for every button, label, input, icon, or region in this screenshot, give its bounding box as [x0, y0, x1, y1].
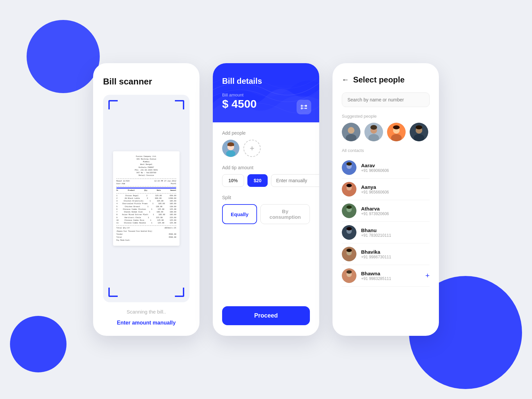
scan-icon-button[interactable]	[297, 100, 311, 114]
svg-point-37	[346, 184, 352, 187]
svg-point-16	[348, 127, 354, 134]
add-people-label: Add people	[222, 130, 310, 136]
suggested-people-label: Suggested people	[342, 114, 430, 119]
bill-amount-label: Bill amount	[222, 92, 310, 97]
contact-item[interactable]: Bhanu +91 7830210111	[342, 222, 430, 243]
details-footer: Proceed	[213, 306, 319, 336]
suggested-avatars	[342, 123, 430, 141]
select-people-title: Select people	[353, 75, 405, 84]
contact-avatar	[342, 182, 356, 197]
add-people-row: +	[222, 140, 310, 157]
contact-name: Aarav	[361, 163, 430, 168]
scanner-viewport: Fusion Company Ltd. 101 Rocking Avenue M…	[103, 95, 190, 302]
phone-bill-scanner: Bill scanner Fusion Company Ltd. 101 Roc…	[93, 63, 200, 336]
contact-avatar-svg	[342, 203, 356, 218]
bg-circle-bottom-left	[10, 316, 66, 372]
scan-corner-bl	[108, 288, 118, 297]
tip-10-button[interactable]: 10%	[222, 174, 244, 187]
suggested-avatar-3-img	[387, 123, 406, 141]
svg-rect-0	[301, 105, 303, 107]
split-options: Equally By consumption	[222, 204, 310, 224]
scan-corner-tl	[108, 100, 118, 109]
contact-avatar	[342, 160, 356, 175]
split-label: Split	[222, 195, 310, 200]
scan-corner-tr	[175, 100, 184, 109]
suggested-avatar-4-img	[410, 123, 428, 141]
contact-avatar	[342, 247, 356, 261]
tip-options: 10% $20	[222, 174, 310, 187]
svg-point-53	[346, 270, 352, 274]
scanner-title: Bill scanner	[103, 76, 190, 87]
contact-phone: +91 9983285111	[361, 276, 421, 281]
proceed-button[interactable]: Proceed	[222, 306, 310, 325]
svg-rect-2	[301, 108, 303, 109]
suggested-avatar-3[interactable]	[387, 123, 406, 141]
contact-avatar	[342, 268, 356, 283]
contact-avatar-svg	[342, 247, 356, 261]
contact-info: Aarav +91 969060606	[361, 163, 430, 173]
contact-phone: +91 965660606	[361, 190, 430, 195]
add-contact-button[interactable]: +	[425, 271, 430, 280]
svg-point-29	[416, 125, 422, 129]
enter-amount-manually-button[interactable]: Enter amount manually	[117, 320, 176, 326]
svg-rect-14	[227, 144, 234, 146]
split-equally-button[interactable]: Equally	[222, 204, 257, 224]
svg-point-49	[346, 249, 352, 252]
contact-info: Bhanu +91 7830210111	[361, 227, 430, 238]
contact-item[interactable]: Aarav +91 969060606	[342, 157, 430, 179]
contact-name: Bhawna	[361, 271, 421, 276]
tip-manual-input[interactable]	[271, 174, 319, 187]
person-avatar-svg	[222, 140, 239, 157]
phone-bill-details: Bill details Bill amount $ 4500 Add peop…	[213, 63, 319, 336]
svg-point-41	[346, 205, 352, 209]
phones-container: Bill scanner Fusion Company Ltd. 101 Roc…	[93, 63, 439, 336]
scan-icon	[300, 103, 308, 111]
details-title: Bill details	[222, 76, 310, 86]
contact-avatar-svg	[342, 268, 356, 283]
details-body: Add people +	[213, 122, 319, 306]
svg-point-25	[393, 125, 400, 129]
contact-item[interactable]: Bhavika +91 9986730111	[342, 243, 430, 265]
split-consumption-button[interactable]: By consumption	[260, 204, 310, 224]
contact-item[interactable]: Bhawna +91 9983285111 +	[342, 265, 430, 287]
scan-corner-br	[175, 288, 184, 297]
contact-info: Aanya +91 965660606	[361, 184, 430, 195]
contact-name: Bhavika	[361, 249, 430, 255]
svg-point-33	[346, 162, 352, 166]
contact-phone: +91 969060606	[361, 168, 430, 173]
contact-avatar	[342, 203, 356, 218]
contacts-list: Aarav +91 969060606 Aanya +91 965660606	[342, 157, 430, 327]
add-tip-section: Add tip amount 10% $20	[222, 165, 310, 187]
contact-avatar-svg	[342, 160, 356, 175]
contact-info: Bhawna +91 9983285111	[361, 271, 421, 281]
contact-phone: +91 9986730111	[361, 255, 430, 259]
suggested-avatar-1-img	[342, 123, 360, 141]
suggested-avatar-2[interactable]	[364, 123, 383, 141]
bg-circle-top-left	[27, 20, 100, 93]
contact-avatar	[342, 225, 356, 240]
split-section: Split Equally By consumption	[222, 195, 310, 224]
back-button[interactable]: ←	[342, 75, 349, 84]
add-people-section: Add people +	[222, 130, 310, 157]
contact-info: Bhavika +91 9986730111	[361, 249, 430, 259]
phone-select-people: ← Select people Suggested people	[332, 63, 439, 336]
scanner-bottom: Scanning the bill.. Enter amount manuall…	[103, 302, 190, 326]
add-person-button[interactable]: +	[243, 140, 261, 157]
contact-item[interactable]: Atharva +91 973920606	[342, 200, 430, 222]
scanning-status: Scanning the bill..	[103, 309, 190, 315]
select-people-header: ← Select people	[342, 75, 430, 84]
contact-avatar-svg	[342, 225, 356, 240]
suggested-avatar-1[interactable]	[342, 123, 360, 141]
all-contacts-label: All contacts	[342, 148, 430, 153]
tip-20-button[interactable]: $20	[247, 174, 268, 187]
contact-name: Aanya	[361, 184, 430, 190]
contact-name: Atharva	[361, 206, 430, 211]
suggested-avatar-4[interactable]	[410, 123, 428, 141]
search-input[interactable]	[342, 92, 430, 107]
svg-point-45	[346, 227, 352, 230]
contact-avatar-svg	[342, 182, 356, 197]
contact-item[interactable]: Aanya +91 965660606	[342, 179, 430, 200]
details-header: Bill details Bill amount $ 4500	[213, 63, 319, 122]
suggested-avatar-2-img	[364, 123, 383, 141]
selected-person-avatar	[222, 140, 239, 157]
